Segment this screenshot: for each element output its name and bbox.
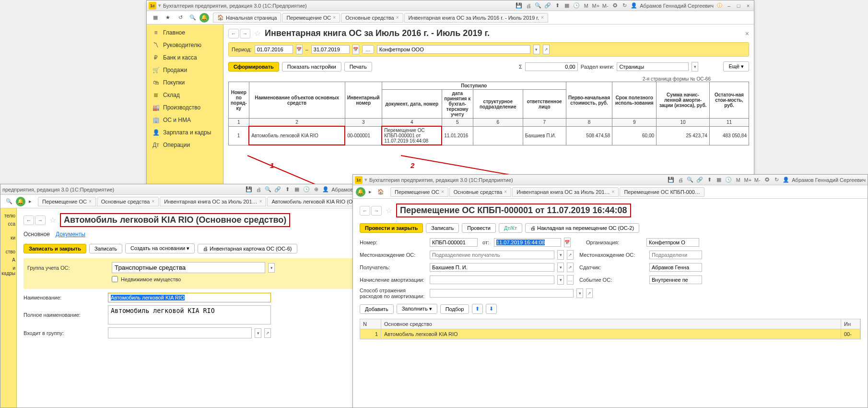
dropdown-icon[interactable]: ▾ bbox=[158, 2, 161, 9]
minimize-icon[interactable]: – bbox=[725, 2, 733, 10]
tab-close-icon[interactable]: × bbox=[259, 199, 262, 204]
tab-close-icon[interactable]: × bbox=[152, 199, 154, 204]
fill-button[interactable]: Заполнить ▾ bbox=[397, 304, 437, 314]
star-icon[interactable]: ✪ bbox=[611, 2, 619, 10]
cell-doc[interactable]: Перемещение ОС КПБП-000001 от 11.07.2019… bbox=[382, 126, 442, 145]
num-input[interactable] bbox=[430, 238, 478, 247]
tab-close-icon[interactable]: × bbox=[396, 15, 399, 20]
subtab-main[interactable]: Основное bbox=[23, 231, 50, 238]
org-input[interactable] bbox=[377, 45, 530, 54]
m-minus-icon[interactable]: M- bbox=[753, 176, 761, 184]
apps-icon[interactable]: ▦ bbox=[150, 12, 161, 23]
cell-rest[interactable]: 483 050,84 bbox=[709, 126, 749, 145]
calendar-icon[interactable]: 📅 bbox=[296, 45, 303, 54]
date-to-input[interactable] bbox=[311, 45, 350, 54]
loc2-input[interactable] bbox=[649, 251, 702, 259]
sidebar-item-production[interactable]: 🏭Производство bbox=[147, 101, 223, 114]
tab-book[interactable]: Инвентарная книга ОС за Июль 2016 г. - И… bbox=[404, 13, 548, 23]
open-icon[interactable]: ↗ bbox=[264, 328, 271, 338]
add-button[interactable]: Добавить bbox=[360, 304, 394, 314]
link-icon[interactable]: 🔗 bbox=[274, 186, 282, 193]
info-icon[interactable]: ⓘ bbox=[716, 2, 723, 10]
tab-close-icon[interactable]: × bbox=[612, 189, 615, 194]
post-close-button[interactable]: Провести и закрыть bbox=[360, 223, 423, 233]
subtab-docs[interactable]: Документы bbox=[56, 231, 85, 238]
dropdown-icon[interactable]: ▾ bbox=[533, 45, 540, 54]
cell-num[interactable]: 1 bbox=[229, 126, 249, 145]
star-icon[interactable]: ✪ bbox=[763, 176, 771, 184]
table-icon[interactable]: ▦ bbox=[293, 186, 301, 193]
maximize-icon[interactable]: □ bbox=[735, 2, 742, 10]
sidebar-item-stock[interactable]: ≣Склад bbox=[147, 89, 223, 101]
refresh-icon[interactable]: ↻ bbox=[621, 2, 628, 10]
save-icon[interactable]: 💾 bbox=[245, 186, 253, 193]
tab-assets-w3[interactable]: Основные средства× bbox=[449, 187, 511, 197]
star-icon[interactable]: ☆ bbox=[49, 216, 56, 225]
bell-icon[interactable]: 🔔 bbox=[16, 197, 25, 206]
tab-close-icon[interactable]: × bbox=[89, 199, 92, 204]
search-icon[interactable]: 🔍 bbox=[264, 186, 272, 193]
cell-amort[interactable]: 25 423,74 bbox=[657, 126, 710, 145]
dropdown-icon[interactable]: ▾ bbox=[557, 250, 564, 260]
tab-assets-w2[interactable]: Основные средства× bbox=[97, 197, 159, 206]
sidebar-item-bank[interactable]: ₽Банк и касса bbox=[147, 51, 223, 64]
print-icon[interactable]: 🖨 bbox=[525, 2, 532, 10]
search2-icon[interactable]: 🔍 bbox=[3, 196, 15, 207]
print-icon[interactable]: 🖨 bbox=[677, 176, 684, 184]
close-icon[interactable]: × bbox=[744, 2, 752, 10]
refresh-icon[interactable]: ↻ bbox=[773, 176, 780, 184]
search2-icon[interactable]: 🔍 bbox=[187, 12, 199, 23]
sum-input[interactable] bbox=[525, 62, 578, 71]
calendar-icon[interactable]: 📅 bbox=[352, 45, 359, 54]
clock-icon[interactable]: 🕓 bbox=[573, 2, 580, 10]
sidebar-item-ops[interactable]: ДтОперации bbox=[147, 139, 223, 151]
grid-row[interactable]: 1 Автомобиль легковой KIA RIO 00- bbox=[360, 329, 861, 339]
upload-icon[interactable]: ⬆ bbox=[705, 176, 713, 184]
sidebar-item-sales[interactable]: 🛒Продажи bbox=[147, 64, 223, 76]
dropdown-icon[interactable]: ▾ bbox=[557, 275, 564, 285]
history-icon[interactable]: ↺ bbox=[175, 12, 186, 23]
expand-icon[interactable]: ▸ bbox=[366, 187, 374, 197]
open-icon[interactable]: ↗ bbox=[543, 45, 550, 54]
invoice-button[interactable]: 🖨 Накладная на перемещение ОС (ОС-2) bbox=[525, 223, 639, 233]
org-input[interactable] bbox=[646, 238, 699, 247]
table-icon[interactable]: ▦ bbox=[715, 176, 723, 184]
calendar-icon[interactable]: 📅 bbox=[564, 238, 571, 247]
open-icon[interactable]: ↗ bbox=[567, 250, 574, 260]
m-plus2-icon[interactable]: M+ bbox=[592, 2, 599, 10]
sidebar-item-purchases[interactable]: 🛍Покупки bbox=[147, 76, 223, 89]
cell-date[interactable]: 11.01.2016 bbox=[442, 126, 473, 145]
period-button[interactable]: … bbox=[362, 45, 374, 54]
tab-assets[interactable]: Основные средства× bbox=[341, 13, 403, 23]
m-plus-icon[interactable]: M bbox=[582, 2, 590, 10]
ingroup-input[interactable] bbox=[108, 327, 252, 338]
form-button[interactable]: Сформировать bbox=[228, 62, 279, 72]
tab-close-icon[interactable]: × bbox=[441, 189, 444, 194]
save-close-button[interactable]: Записать и закрыть bbox=[23, 244, 86, 253]
m-minus-icon[interactable]: M- bbox=[601, 2, 609, 10]
cell-life[interactable]: 60,00 bbox=[612, 126, 657, 145]
inventory-card-button[interactable]: 🖨 Инвентарная карточка ОС (ОС-6) bbox=[198, 244, 297, 253]
sender-input[interactable] bbox=[649, 263, 702, 272]
search-icon[interactable]: 🔍 bbox=[534, 2, 542, 10]
forward-button[interactable]: → bbox=[371, 206, 382, 216]
date-input[interactable]: 11.07.2019 16:44:08 bbox=[494, 238, 561, 247]
save-icon[interactable]: 💾 bbox=[515, 2, 523, 10]
bell-icon[interactable]: 🔔 bbox=[356, 187, 365, 197]
tab-close-icon[interactable]: × bbox=[333, 15, 336, 20]
open-icon[interactable]: ↗ bbox=[586, 288, 593, 298]
upload-icon[interactable]: ⬆ bbox=[283, 186, 291, 193]
star-icon[interactable]: ☆ bbox=[254, 29, 261, 38]
cell-dept[interactable] bbox=[473, 126, 523, 145]
search-icon[interactable]: 🔍 bbox=[686, 176, 694, 184]
star-icon[interactable]: ☆ bbox=[386, 206, 392, 215]
post-button[interactable]: Провести bbox=[462, 223, 496, 233]
clock-icon[interactable]: 🕓 bbox=[303, 186, 310, 193]
pick-button[interactable]: Подбор bbox=[440, 304, 469, 314]
back-button[interactable]: ← bbox=[23, 216, 34, 225]
tab-close-icon[interactable]: × bbox=[504, 189, 507, 194]
home-icon[interactable]: 🏠 bbox=[375, 187, 387, 197]
forward-button[interactable]: → bbox=[35, 216, 46, 225]
tab-home[interactable]: 🏠Начальная страница bbox=[213, 12, 281, 23]
table-icon[interactable]: ▦ bbox=[563, 2, 571, 10]
